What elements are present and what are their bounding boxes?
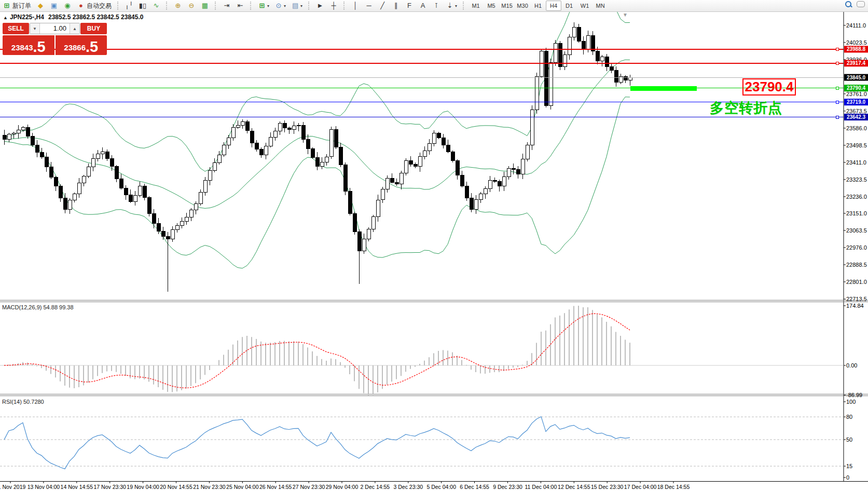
bull-candle	[7, 134, 11, 140]
rsi-axis-label: 50	[846, 437, 852, 443]
timeframe-button-m30[interactable]: M30	[515, 1, 530, 11]
support-highlight-rectangle[interactable]	[630, 86, 697, 91]
bull-candle	[479, 194, 483, 200]
autotrading-icon: ●	[77, 2, 85, 10]
time-axis-label: 6 Dec 14:55	[460, 484, 489, 490]
time-axis-label: 12 Dec 14:55	[558, 484, 590, 490]
rsi-axis-label: 100	[846, 399, 856, 405]
bull-candle	[91, 159, 95, 167]
bull-candle	[371, 216, 375, 229]
templates-icon: ▤	[291, 2, 299, 10]
price-callout-box[interactable]: 23790.4	[742, 78, 796, 96]
cursor-button[interactable]: ►	[313, 0, 327, 11]
volume-input[interactable]: 1.00	[40, 23, 70, 34]
timeframe-button-d1[interactable]: D1	[561, 1, 577, 11]
top-toolbar: ⊞ 新订单 ◆ ▣ ◉ ● 自动交易 ╷╵ ▮▯ ∿ ⊕ ⊖ ▦ ⇥ ⇤ ⊞▾ …	[0, 0, 868, 12]
vertical-line-button[interactable]: │	[349, 0, 362, 11]
volume-increase-button[interactable]: ▲	[70, 23, 79, 34]
zoom-out-button[interactable]: ⊖	[185, 0, 198, 11]
bull-candle	[521, 159, 525, 174]
bull-candle	[138, 186, 142, 196]
horizontal-line-button[interactable]: ─	[362, 0, 376, 11]
timeframe-button-h1[interactable]: H1	[530, 1, 546, 11]
scroll-to-end-marker[interactable]: ▼	[623, 12, 628, 18]
turning-point-text[interactable]: 多空转折点	[710, 99, 782, 117]
collapse-triangle-icon[interactable]: ▲	[3, 15, 8, 20]
candlestick-chart-button[interactable]: ▮▯	[136, 0, 149, 11]
timeframe-button-w1[interactable]: W1	[577, 1, 593, 11]
bull-candle	[227, 138, 230, 145]
line-anchor-handle	[836, 101, 838, 103]
time-axis-label: 21 Nov 23:30	[193, 484, 226, 490]
bear-candle	[259, 149, 263, 155]
search-button[interactable]	[845, 1, 851, 9]
time-axis-label: 11 Nov 2019	[0, 484, 26, 490]
templates-button[interactable]: ▤▾	[288, 0, 305, 11]
timeframe-button-h4[interactable]: H4	[546, 1, 561, 11]
tile-windows-button[interactable]: ▦	[198, 0, 212, 11]
ohlc-values: 23852.5 23862.5 23842.5 23845.0	[48, 13, 144, 21]
arrows-icon: ⇣	[446, 2, 454, 10]
bar-chart-button[interactable]: ╷╵	[122, 0, 136, 11]
bull-candle	[82, 176, 86, 183]
periods-button[interactable]: ⊙▾	[272, 0, 288, 11]
toolbar-separator	[308, 2, 311, 10]
bear-candle	[306, 139, 310, 149]
bear-candle	[442, 138, 445, 145]
bear-candle	[40, 153, 44, 157]
price-chart-canvas[interactable]: 24111.024023.523936.023761.023673.523586…	[0, 0, 868, 491]
profile-button[interactable]: ▣	[47, 0, 61, 11]
crosshair-icon: ┼	[329, 2, 338, 10]
time-axis-label: 5 Dec 04:00	[426, 484, 456, 490]
macd-name: MACD(12,26,9)	[2, 304, 42, 310]
bear-candle	[166, 237, 170, 239]
chart-wizard-button[interactable]: ◆	[34, 0, 47, 11]
line-chart-button[interactable]: ∿	[149, 0, 163, 11]
bull-candle	[208, 171, 212, 181]
fibonacci-button[interactable]: F	[403, 0, 416, 11]
crosshair-button[interactable]: ┼	[327, 0, 340, 11]
price-tick-label: 22976.0	[846, 244, 867, 251]
equidistant-channel-button[interactable]: ∥	[389, 0, 403, 11]
toolbar-separator	[463, 2, 466, 10]
chat-button[interactable]	[857, 1, 865, 9]
bull-candle	[231, 127, 235, 138]
macd-axis-label: 0.00	[846, 362, 857, 369]
price-badge-label: 23642.3	[847, 114, 866, 120]
timeframe-button-m15[interactable]: M15	[499, 1, 515, 11]
chart-shift-button[interactable]: ⇤	[233, 0, 247, 11]
bull-candle	[222, 145, 226, 155]
text-button[interactable]: A	[416, 0, 430, 11]
buy-price-button[interactable]: 23866.5	[56, 35, 107, 55]
buy-button[interactable]: BUY	[80, 23, 107, 34]
price-tick-label: 23761.0	[846, 91, 867, 97]
volume-decrease-button[interactable]: ▼	[30, 23, 40, 34]
new-order-button[interactable]: ⊞ 新订单	[0, 0, 34, 11]
time-axis-label: 3 Dec 23:30	[393, 484, 423, 490]
bear-candle	[49, 167, 53, 177]
price-tick-label: 23411.0	[846, 159, 866, 166]
bull-candle	[264, 146, 268, 155]
indicators-button[interactable]: ⊞▾	[255, 0, 272, 11]
profile-icon: ▣	[50, 2, 58, 10]
arrows-button[interactable]: ⇣▾	[443, 0, 460, 11]
trendline-button[interactable]: ╱	[376, 0, 389, 11]
timeframe-button-mn[interactable]: MN	[593, 1, 608, 11]
signals-button[interactable]: ◉	[61, 0, 74, 11]
bear-candle	[512, 169, 515, 170]
time-axis-label: 18 Dec 14:55	[657, 484, 690, 490]
zoom-in-button[interactable]: ⊕	[171, 0, 185, 11]
bear-candle	[287, 128, 291, 130]
sell-price-button[interactable]: 23843.5	[3, 35, 54, 55]
autotrading-label: 自动交易	[87, 2, 112, 10]
bear-candle	[59, 186, 62, 198]
bear-candle	[577, 28, 581, 41]
text-label-button[interactable]: ⊺	[430, 0, 443, 11]
sell-button[interactable]: SELL	[3, 23, 29, 34]
timeframe-button-m1[interactable]: M1	[468, 1, 484, 11]
auto-scroll-button[interactable]: ⇥	[220, 0, 233, 11]
bear-candle	[45, 157, 48, 167]
autotrading-button[interactable]: ● 自动交易	[74, 0, 114, 11]
timeframe-button-m5[interactable]: M5	[484, 1, 499, 11]
line-anchor-handle	[836, 87, 838, 89]
